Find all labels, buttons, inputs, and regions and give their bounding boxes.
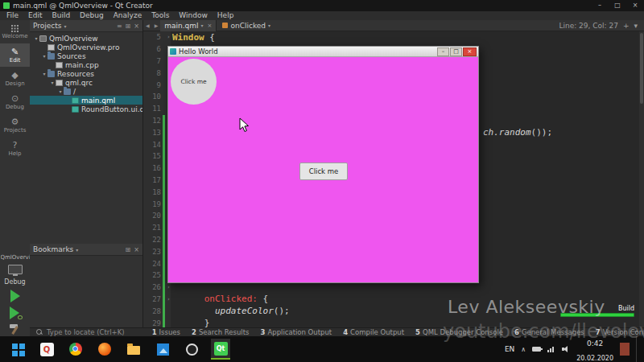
tree-item-main-cpp[interactable]: main.cpp <box>30 60 142 69</box>
taskbar-qt-creator[interactable] <box>211 339 230 360</box>
app-close-button[interactable]: × <box>463 47 477 56</box>
editor-menu-icon[interactable]: ▾ <box>634 22 638 30</box>
hello-world-titlebar[interactable]: Hello World – □ × <box>168 47 478 57</box>
code-line[interactable]: 27 onClicked: { <box>143 294 639 306</box>
taskbar-obs[interactable] <box>182 339 201 360</box>
menu-analyze[interactable]: Analyze <box>109 11 147 20</box>
editor-scrollbar[interactable] <box>639 31 644 327</box>
symbol-dropdown[interactable]: onClicked ▾ <box>217 22 276 30</box>
minimize-button[interactable]: – <box>591 0 609 11</box>
pane-qml-debugger-console[interactable]: 5QML Debugger Console <box>411 328 508 336</box>
pane-issues[interactable]: 1Issues <box>147 328 185 336</box>
code-text: Window { <box>172 32 215 43</box>
close-pane-icon[interactable]: × <box>134 246 139 253</box>
app-maximize-button[interactable]: □ <box>450 47 462 56</box>
change-marker <box>163 305 165 317</box>
menu-tools[interactable]: Tools <box>147 11 174 20</box>
tree-item-roundbutton[interactable]: RoundButton.ui.qml <box>30 105 142 113</box>
token: onClicked: <box>204 294 258 304</box>
code-line[interactable]: 5 Window { <box>143 31 639 43</box>
taskbar-apps <box>0 339 230 360</box>
back-icon[interactable]: ◀ <box>143 23 152 28</box>
close-pane-icon[interactable]: × <box>134 23 139 30</box>
fold-marker-icon[interactable] <box>165 284 172 290</box>
filter-icon[interactable]: ≡ <box>117 23 122 30</box>
bookmarks-pane-title[interactable]: Bookmarks <box>33 245 73 253</box>
close-button[interactable]: × <box>626 0 644 11</box>
scrollbar-thumb[interactable] <box>640 33 643 104</box>
language-indicator[interactable]: EN <box>505 345 514 353</box>
menu-debug[interactable]: Debug <box>75 11 109 20</box>
debug-run-button[interactable] <box>10 306 21 319</box>
show-desktop-button[interactable] <box>636 336 639 362</box>
taskbar-firefox[interactable] <box>95 339 114 360</box>
chevron-down-icon[interactable]: ▾ <box>201 23 204 28</box>
pane-application-output[interactable]: 3Application Output <box>256 328 337 336</box>
app-minimize-button[interactable]: – <box>437 47 449 56</box>
tree-item-sources[interactable]: ▾ Sources <box>30 51 142 60</box>
split-icon[interactable]: ⊞ <box>126 246 131 253</box>
firefox-icon <box>98 343 111 356</box>
tree-item-qml-qrc[interactable]: ▾ qml.qrc <box>30 78 142 87</box>
line-number: 19 <box>143 200 161 208</box>
time-label: 0:42 <box>587 339 603 348</box>
menu-window[interactable]: Window <box>174 11 213 20</box>
tree-item-resources[interactable]: ▾ Resources <box>30 69 142 78</box>
taskbar-photos[interactable] <box>153 339 172 360</box>
mode-debug[interactable]: ⊙ Debug <box>0 90 30 113</box>
round-click-me-button[interactable]: Click me <box>171 59 217 105</box>
mode-design[interactable]: ◆ Design <box>0 67 30 90</box>
expand-arrow-icon[interactable]: ▾ <box>57 88 64 94</box>
tray-expand-icon[interactable]: ∧ <box>521 346 526 353</box>
maximize-button[interactable]: □ <box>609 0 626 11</box>
line-number: 25 <box>143 271 161 279</box>
project-icon <box>39 35 47 42</box>
taskbar-recorder-app[interactable] <box>37 339 56 360</box>
tree-item-pro-file[interactable]: QmlOverview.pro <box>30 43 142 51</box>
menu-build[interactable]: Build <box>47 11 76 20</box>
fold-marker-icon[interactable] <box>165 296 172 302</box>
mode-welcome[interactable]: Welcome <box>0 20 30 43</box>
split-icon[interactable]: ⊞ <box>126 23 131 30</box>
expand-arrow-icon[interactable]: ▾ <box>49 80 56 85</box>
tree-item-main-qml[interactable]: main.qml <box>30 96 142 105</box>
expand-arrow-icon[interactable]: ▾ <box>41 71 47 76</box>
pane-compile-output[interactable]: 4Compile Output <box>338 328 409 336</box>
qml-file-icon <box>72 97 79 104</box>
pane-header-icons: ⊞ × <box>126 246 139 253</box>
taskbar-clock[interactable]: 0:42 20.02.2020 <box>576 335 613 362</box>
build-hammer-button[interactable] <box>9 323 21 335</box>
start-button[interactable] <box>8 339 27 360</box>
expand-arrow-icon[interactable]: ▾ <box>33 35 39 41</box>
tray-app-icon[interactable] <box>620 343 630 356</box>
tree-item-root-folder[interactable]: ▾ / <box>30 87 142 96</box>
mode-edit[interactable]: ✎ Edit <box>0 43 30 67</box>
forward-icon[interactable]: ▶ <box>152 23 161 28</box>
wrench-icon: ⚙ <box>11 117 19 126</box>
kit-selector-monitor-icon[interactable] <box>8 265 23 274</box>
plus-icon[interactable]: + <box>623 22 630 30</box>
menu-edit[interactable]: Edit <box>23 11 47 20</box>
locator-input[interactable]: Type to locate (Ctrl+K) <box>47 328 125 336</box>
code-line[interactable]: 29 } <box>143 317 639 327</box>
network-icon[interactable] <box>547 346 555 352</box>
menu-file[interactable]: File <box>2 11 23 20</box>
close-tab-icon[interactable]: × <box>208 23 213 29</box>
run-button[interactable] <box>10 290 20 302</box>
center-click-me-button[interactable]: Click me <box>299 162 348 180</box>
pane-search-results[interactable]: 2Search Results <box>187 328 254 336</box>
menu-help[interactable]: Help <box>213 11 239 20</box>
titlebar: main.qml @ QmlOverview - Qt Creator – □ … <box>0 0 644 11</box>
projects-pane-title[interactable]: Projects <box>33 22 61 30</box>
mode-help[interactable]: ? Help <box>0 137 30 160</box>
token: { <box>258 294 268 304</box>
tree-item-project[interactable]: ▾ QmlOverview <box>30 34 142 43</box>
taskbar-file-explorer[interactable] <box>124 339 143 360</box>
open-file-tab[interactable]: main.qml ▾ × <box>160 20 217 31</box>
expand-arrow-icon[interactable]: ▾ <box>41 53 47 59</box>
taskbar-chrome[interactable] <box>66 339 85 360</box>
volume-icon[interactable] <box>562 346 570 352</box>
battery-icon[interactable] <box>532 347 541 352</box>
mode-projects[interactable]: ⚙ Projects <box>0 113 30 137</box>
fold-marker-icon[interactable] <box>165 34 172 40</box>
